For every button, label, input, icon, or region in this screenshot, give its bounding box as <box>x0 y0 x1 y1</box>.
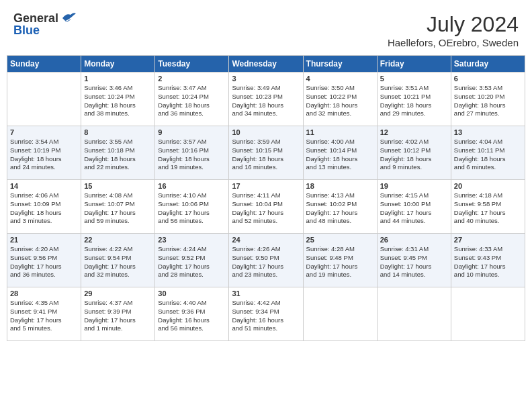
day-number: 3 <box>232 75 300 83</box>
weekday-header-tuesday: Tuesday <box>155 56 229 73</box>
calendar-week-row: 7Sunrise: 3:54 AM Sunset: 10:19 PM Dayli… <box>7 126 525 180</box>
day-content: Sunrise: 4:20 AM Sunset: 9:56 PM Dayligh… <box>10 245 78 279</box>
day-number: 6 <box>454 75 522 83</box>
day-number: 12 <box>380 128 448 136</box>
calendar-day-cell: 2Sunrise: 3:47 AM Sunset: 10:24 PM Dayli… <box>155 73 229 126</box>
day-content: Sunrise: 3:59 AM Sunset: 10:15 PM Daylig… <box>232 138 300 172</box>
day-number: 14 <box>10 182 78 190</box>
day-number: 7 <box>10 128 78 136</box>
day-number: 21 <box>10 236 78 244</box>
day-number: 17 <box>232 182 300 190</box>
day-content: Sunrise: 3:51 AM Sunset: 10:21 PM Daylig… <box>380 84 448 118</box>
day-content: Sunrise: 4:33 AM Sunset: 9:43 PM Dayligh… <box>454 245 522 279</box>
day-content: Sunrise: 4:35 AM Sunset: 9:41 PM Dayligh… <box>10 299 78 333</box>
weekday-header-friday: Friday <box>377 56 451 73</box>
calendar-day-cell: 27Sunrise: 4:33 AM Sunset: 9:43 PM Dayli… <box>451 234 525 287</box>
weekday-header-wednesday: Wednesday <box>229 56 303 73</box>
day-content: Sunrise: 4:15 AM Sunset: 10:00 PM Daylig… <box>380 191 448 226</box>
day-number: 2 <box>158 75 226 83</box>
day-number: 25 <box>306 236 374 244</box>
day-number: 24 <box>232 236 300 244</box>
day-number: 23 <box>158 236 226 244</box>
location-subtitle: Haellefors, OErebro, Sweden <box>388 37 519 48</box>
month-year-title: July 2024 <box>388 12 519 37</box>
calendar-day-cell: 17Sunrise: 4:11 AM Sunset: 10:04 PM Dayl… <box>229 180 303 234</box>
day-number: 19 <box>380 182 448 190</box>
day-number: 31 <box>232 289 300 298</box>
calendar-day-cell: 11Sunrise: 4:00 AM Sunset: 10:14 PM Dayl… <box>303 126 377 180</box>
day-number: 16 <box>158 182 226 190</box>
calendar-week-row: 14Sunrise: 4:06 AM Sunset: 10:09 PM Dayl… <box>7 180 525 234</box>
day-number: 1 <box>84 75 152 83</box>
day-content: Sunrise: 4:11 AM Sunset: 10:04 PM Daylig… <box>232 191 300 226</box>
weekday-header-saturday: Saturday <box>451 56 525 73</box>
calendar-day-cell: 29Sunrise: 4:37 AM Sunset: 9:39 PM Dayli… <box>81 287 155 341</box>
calendar-day-cell: 8Sunrise: 3:55 AM Sunset: 10:18 PM Dayli… <box>81 126 155 180</box>
day-content: Sunrise: 4:24 AM Sunset: 9:52 PM Dayligh… <box>158 245 226 279</box>
day-number: 28 <box>10 289 78 298</box>
title-block: July 2024 Haellefors, OErebro, Sweden <box>388 12 519 48</box>
day-number: 20 <box>454 182 522 190</box>
calendar-table: SundayMondayTuesdayWednesdayThursdayFrid… <box>7 55 525 341</box>
day-number: 10 <box>232 128 300 136</box>
calendar-day-cell: 20Sunrise: 4:18 AM Sunset: 9:58 PM Dayli… <box>451 180 525 234</box>
calendar-day-cell: 31Sunrise: 4:42 AM Sunset: 9:34 PM Dayli… <box>229 287 303 341</box>
calendar-day-cell: 13Sunrise: 4:04 AM Sunset: 10:11 PM Dayl… <box>451 126 525 180</box>
day-content: Sunrise: 4:42 AM Sunset: 9:34 PM Dayligh… <box>232 299 300 333</box>
day-number: 18 <box>306 182 374 190</box>
day-content: Sunrise: 4:40 AM Sunset: 9:36 PM Dayligh… <box>158 299 226 333</box>
calendar-week-row: 28Sunrise: 4:35 AM Sunset: 9:41 PM Dayli… <box>7 287 525 341</box>
day-content: Sunrise: 4:37 AM Sunset: 9:39 PM Dayligh… <box>84 299 152 333</box>
day-content: Sunrise: 3:57 AM Sunset: 10:16 PM Daylig… <box>158 138 226 172</box>
bird-icon <box>61 11 76 24</box>
day-number: 11 <box>306 128 374 136</box>
day-content: Sunrise: 3:49 AM Sunset: 10:23 PM Daylig… <box>232 84 300 118</box>
calendar-day-cell: 5Sunrise: 3:51 AM Sunset: 10:21 PM Dayli… <box>377 73 451 126</box>
weekday-header-row: SundayMondayTuesdayWednesdayThursdayFrid… <box>7 56 525 73</box>
weekday-header-sunday: Sunday <box>7 56 81 73</box>
calendar-day-cell: 15Sunrise: 4:08 AM Sunset: 10:07 PM Dayl… <box>81 180 155 234</box>
day-number: 4 <box>306 75 374 83</box>
calendar-day-cell: 12Sunrise: 4:02 AM Sunset: 10:12 PM Dayl… <box>377 126 451 180</box>
day-content: Sunrise: 4:28 AM Sunset: 9:48 PM Dayligh… <box>306 245 374 279</box>
logo-blue-text: Blue <box>13 24 40 38</box>
logo: General Blue <box>13 12 76 38</box>
empty-cell <box>377 287 451 341</box>
day-number: 9 <box>158 128 226 136</box>
day-number: 27 <box>454 236 522 244</box>
day-number: 8 <box>84 128 152 136</box>
day-content: Sunrise: 4:26 AM Sunset: 9:50 PM Dayligh… <box>232 245 300 279</box>
day-number: 13 <box>454 128 522 136</box>
calendar-day-cell: 30Sunrise: 4:40 AM Sunset: 9:36 PM Dayli… <box>155 287 229 341</box>
day-content: Sunrise: 4:04 AM Sunset: 10:11 PM Daylig… <box>454 138 522 172</box>
calendar-day-cell: 16Sunrise: 4:10 AM Sunset: 10:06 PM Dayl… <box>155 180 229 234</box>
calendar-week-row: 21Sunrise: 4:20 AM Sunset: 9:56 PM Dayli… <box>7 234 525 287</box>
calendar-day-cell: 22Sunrise: 4:22 AM Sunset: 9:54 PM Dayli… <box>81 234 155 287</box>
day-content: Sunrise: 4:08 AM Sunset: 10:07 PM Daylig… <box>84 191 152 226</box>
day-content: Sunrise: 3:46 AM Sunset: 10:24 PM Daylig… <box>84 84 152 118</box>
empty-cell <box>7 73 81 126</box>
day-content: Sunrise: 4:06 AM Sunset: 10:09 PM Daylig… <box>10 191 78 226</box>
day-number: 5 <box>380 75 448 83</box>
day-content: Sunrise: 3:54 AM Sunset: 10:19 PM Daylig… <box>10 138 78 172</box>
day-content: Sunrise: 4:22 AM Sunset: 9:54 PM Dayligh… <box>84 245 152 279</box>
day-number: 26 <box>380 236 448 244</box>
calendar-day-cell: 4Sunrise: 3:50 AM Sunset: 10:22 PM Dayli… <box>303 73 377 126</box>
empty-cell <box>303 287 377 341</box>
logo-general-text: General <box>13 11 58 25</box>
day-content: Sunrise: 4:10 AM Sunset: 10:06 PM Daylig… <box>158 191 226 226</box>
calendar-day-cell: 9Sunrise: 3:57 AM Sunset: 10:16 PM Dayli… <box>155 126 229 180</box>
day-content: Sunrise: 3:55 AM Sunset: 10:18 PM Daylig… <box>84 138 152 172</box>
calendar-day-cell: 3Sunrise: 3:49 AM Sunset: 10:23 PM Dayli… <box>229 73 303 126</box>
empty-cell <box>451 287 525 341</box>
day-content: Sunrise: 4:02 AM Sunset: 10:12 PM Daylig… <box>380 138 448 172</box>
calendar-day-cell: 23Sunrise: 4:24 AM Sunset: 9:52 PM Dayli… <box>155 234 229 287</box>
calendar-day-cell: 28Sunrise: 4:35 AM Sunset: 9:41 PM Dayli… <box>7 287 81 341</box>
calendar-day-cell: 7Sunrise: 3:54 AM Sunset: 10:19 PM Dayli… <box>7 126 81 180</box>
calendar-day-cell: 14Sunrise: 4:06 AM Sunset: 10:09 PM Dayl… <box>7 180 81 234</box>
day-content: Sunrise: 4:18 AM Sunset: 9:58 PM Dayligh… <box>454 191 522 226</box>
day-number: 30 <box>158 289 226 298</box>
weekday-header-thursday: Thursday <box>303 56 377 73</box>
day-content: Sunrise: 4:00 AM Sunset: 10:14 PM Daylig… <box>306 138 374 172</box>
calendar-day-cell: 18Sunrise: 4:13 AM Sunset: 10:02 PM Dayl… <box>303 180 377 234</box>
